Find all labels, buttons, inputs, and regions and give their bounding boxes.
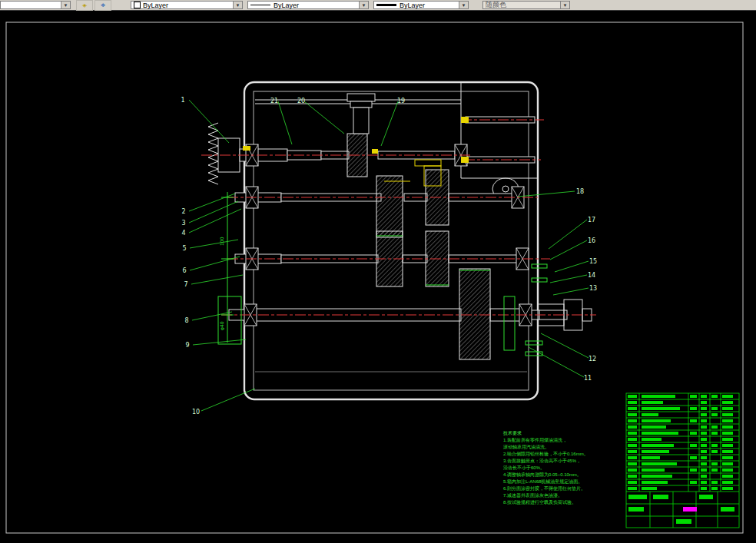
- note-line: 4.调整轴承轴向游隙为0.05~0.10mm。: [503, 472, 625, 478]
- note-line: 2.啮合侧隙用铅丝检验，不小于0.16mm。: [503, 451, 625, 458]
- callout-label: 11: [584, 375, 592, 382]
- color-control-combo[interactable]: ByLayer ▼: [131, 1, 243, 9]
- belt-pulley: [208, 123, 240, 184]
- color-control-value: ByLayer: [143, 2, 168, 9]
- callout-label: 20: [297, 98, 305, 104]
- drawing-number-highlight: [683, 507, 697, 512]
- object-properties-toolbar: ▼ ◈ ❖ ByLayer ▼ ByLayer ▼ ByLayer ▼ 随颜色 …: [0, 0, 756, 11]
- note-line: 6.剖分面涂密封胶，不得使用任何垫片。: [503, 485, 625, 492]
- chevron-down-icon[interactable]: ▼: [359, 2, 368, 8]
- dimension-label: φ40: [219, 321, 225, 330]
- callout-label: 13: [589, 285, 597, 292]
- callout-label: 12: [589, 356, 596, 363]
- dimension-labels: 100 φ40: [219, 237, 225, 330]
- note-line: 7.减速器外表面涂灰色油漆。: [503, 492, 625, 499]
- note-line: 沿齿长不小于60%。: [503, 465, 625, 472]
- title-block: [626, 393, 739, 528]
- color-swatch-icon: [134, 2, 141, 8]
- linetype-control-combo[interactable]: ByLayer ▼: [247, 1, 369, 9]
- lineweight-sample-icon: [376, 4, 396, 6]
- note-line: 技术要求: [503, 430, 625, 437]
- callout-label: 4: [181, 230, 185, 237]
- chevron-down-icon[interactable]: ▼: [459, 2, 468, 8]
- docked-combo[interactable]: ▼: [0, 1, 71, 9]
- callout-label: 6: [182, 267, 186, 274]
- technical-notes: 技术要求 1.装配前所有零件用煤油清洗， 滚动轴承用汽油清洗。 2.啮合侧隙用铅…: [503, 430, 625, 506]
- callout-label: 21: [270, 98, 278, 104]
- callout-label: 18: [576, 188, 584, 195]
- dimension-label: 100: [219, 237, 224, 246]
- plot-style-combo[interactable]: 随颜色 ▼: [482, 1, 570, 9]
- callout-label: 2: [181, 208, 185, 215]
- gears: [347, 134, 490, 359]
- note-line: 8.按试验规程进行空载及负荷试验。: [503, 499, 625, 506]
- note-line: 滚动轴承用汽油清洗。: [503, 444, 625, 451]
- callout-label: 3: [181, 220, 185, 227]
- layer-states-button[interactable]: ❖: [94, 0, 111, 11]
- lineweight-control-combo[interactable]: ByLayer ▼: [373, 1, 469, 9]
- inspection-cover-parts: [347, 94, 375, 134]
- callout-label: 8: [184, 317, 188, 324]
- callout-label: 9: [185, 342, 189, 349]
- stud-assembly: [466, 117, 535, 163]
- callout-label: 17: [588, 217, 595, 223]
- layer-properties-icon: ◈: [82, 2, 87, 8]
- layer-states-icon: ❖: [100, 2, 105, 8]
- callout-label: 10: [192, 409, 200, 416]
- plot-style-value: 随颜色: [486, 0, 506, 10]
- callout-label: 1: [181, 97, 184, 104]
- callout-label: 14: [588, 272, 595, 279]
- chevron-down-icon[interactable]: ▼: [61, 2, 70, 8]
- layer-properties-button[interactable]: ◈: [76, 0, 93, 11]
- chevron-down-icon[interactable]: ▼: [560, 2, 569, 8]
- callout-label: 7: [184, 281, 187, 288]
- lineweight-control-value: ByLayer: [400, 2, 425, 9]
- note-line: 5.箱内加注L-AN68机械油至规定油面。: [503, 478, 625, 485]
- note-line: 1.装配前所有零件用煤油清洗，: [503, 437, 625, 444]
- callout-label: 15: [589, 258, 597, 265]
- cad-drawing-area[interactable]: 100 φ40 1 21 20 19 18 17 16 15 14: [0, 11, 756, 543]
- note-line: 3.齿面接触斑点：沿齿高不小于45%，: [503, 458, 625, 465]
- chevron-down-icon[interactable]: ▼: [233, 2, 242, 8]
- linetype-control-value: ByLayer: [274, 2, 299, 9]
- callout-label: 16: [588, 237, 595, 244]
- callout-label: 19: [397, 98, 405, 104]
- callout-label: 5: [182, 245, 186, 252]
- assembly-drawing: 100 φ40 1 21 20 19 18 17 16 15 14: [0, 11, 756, 543]
- linetype-sample-icon: [250, 5, 270, 5]
